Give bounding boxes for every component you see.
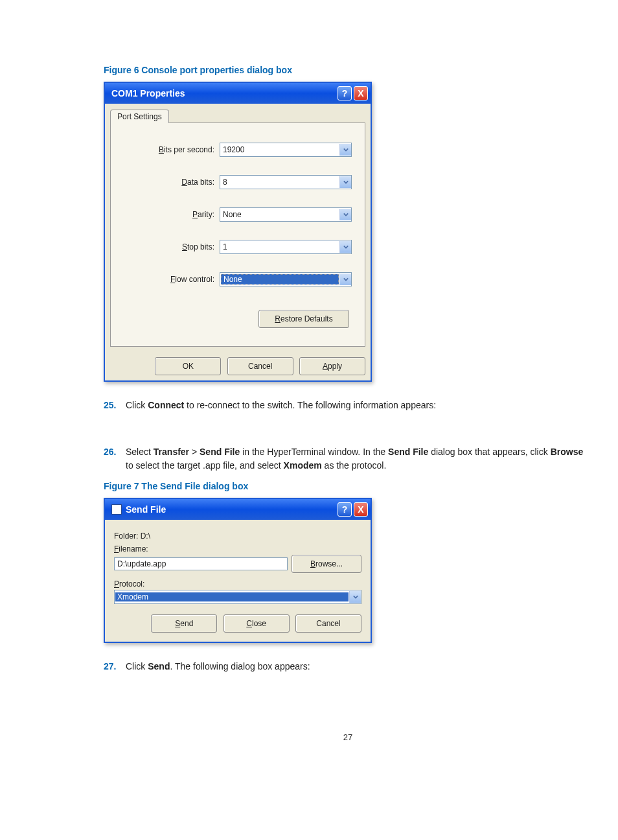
browse-button[interactable]: Browse... bbox=[292, 555, 361, 573]
step-number: 27. bbox=[104, 660, 126, 674]
parity-label: Parity: bbox=[124, 210, 220, 219]
chevron-down-icon[interactable] bbox=[339, 241, 351, 253]
titlebar[interactable]: Send File ? X bbox=[105, 499, 371, 520]
bps-value: 19200 bbox=[220, 145, 339, 154]
restore-defaults-button[interactable]: Restore Defaults bbox=[258, 310, 349, 328]
parity-combo[interactable]: None bbox=[220, 207, 352, 222]
tab-port-settings[interactable]: Port Settings bbox=[110, 110, 169, 123]
field-parity: Parity: None bbox=[124, 207, 352, 222]
dialog-title: Send File bbox=[126, 504, 336, 515]
tab-body: Bits per second: 19200 Data bits: 8 Pari… bbox=[110, 122, 365, 347]
page-number: 27 bbox=[104, 732, 592, 742]
stopbits-value: 1 bbox=[220, 242, 339, 251]
filename-label: Filename: bbox=[114, 544, 361, 554]
flow-label: Flow control: bbox=[124, 275, 220, 284]
send-file-dialog: Send File ? X Folder: D:\ Filename: D:\u… bbox=[104, 498, 372, 643]
stopbits-label: Stop bits: bbox=[124, 242, 220, 251]
protocol-value: Xmodem bbox=[115, 592, 349, 601]
databits-label: Data bits: bbox=[124, 178, 220, 187]
parity-value: None bbox=[220, 210, 339, 219]
chevron-down-icon[interactable] bbox=[339, 209, 351, 220]
figure-6-caption: Figure 6 Console port properties dialog … bbox=[104, 65, 592, 75]
help-button[interactable]: ? bbox=[338, 502, 352, 517]
databits-combo[interactable]: 8 bbox=[220, 175, 352, 189]
close-button[interactable]: X bbox=[354, 86, 368, 100]
bps-combo[interactable]: 19200 bbox=[220, 143, 352, 157]
apply-button[interactable]: Apply bbox=[299, 357, 365, 375]
cancel-button[interactable]: Cancel bbox=[227, 357, 293, 375]
close-dialog-button[interactable]: Close bbox=[223, 614, 290, 633]
flow-value: None bbox=[221, 274, 339, 285]
protocol-label: Protocol: bbox=[114, 579, 361, 589]
send-file-icon bbox=[111, 504, 122, 515]
help-button[interactable]: ? bbox=[338, 86, 352, 100]
field-bits-per-second: Bits per second: 19200 bbox=[124, 143, 352, 157]
dialog-title: COM1 Properties bbox=[111, 88, 336, 99]
protocol-combo[interactable]: Xmodem bbox=[114, 590, 361, 604]
field-data-bits: Data bits: 8 bbox=[124, 175, 352, 189]
send-file-button-row: Send Close Cancel bbox=[114, 614, 361, 633]
stopbits-combo[interactable]: 1 bbox=[220, 240, 352, 254]
step-text: Click Send. The following dialog box app… bbox=[126, 660, 592, 674]
send-file-body: Folder: D:\ Filename: D:\update.app Brow… bbox=[105, 520, 371, 642]
step-25: 25. Click Connect to re-connect to the s… bbox=[104, 399, 592, 413]
tab-strip: Port Settings bbox=[105, 104, 371, 122]
step-27: 27. Click Send. The following dialog box… bbox=[104, 660, 592, 674]
step-number: 25. bbox=[104, 399, 126, 413]
field-flow-control: Flow control: None bbox=[124, 272, 352, 286]
cancel-button[interactable]: Cancel bbox=[295, 614, 361, 633]
step-26: 26. Select Transfer > Send File in the H… bbox=[104, 445, 592, 473]
bps-label: Bits per second: bbox=[124, 145, 220, 154]
filename-input[interactable]: D:\update.app bbox=[114, 557, 288, 570]
step-number: 26. bbox=[104, 445, 126, 473]
send-button[interactable]: Send bbox=[151, 614, 217, 633]
chevron-down-icon[interactable] bbox=[339, 176, 351, 188]
chevron-down-icon[interactable] bbox=[349, 591, 361, 603]
figure-7-caption: Figure 7 The Send File dialog box bbox=[104, 481, 592, 491]
titlebar[interactable]: COM1 Properties ? X bbox=[105, 83, 371, 104]
step-text: Select Transfer > Send File in the Hyper… bbox=[126, 445, 592, 473]
close-button[interactable]: X bbox=[354, 502, 368, 517]
step-text: Click Connect to re-connect to the switc… bbox=[126, 399, 592, 413]
ok-button[interactable]: OK bbox=[155, 357, 221, 375]
dialog-button-row: OK Cancel Apply bbox=[105, 352, 371, 380]
chevron-down-icon[interactable] bbox=[339, 274, 351, 285]
flow-combo[interactable]: None bbox=[220, 272, 352, 286]
folder-label: Folder: D:\ bbox=[114, 531, 361, 541]
chevron-down-icon[interactable] bbox=[339, 144, 351, 156]
field-stop-bits: Stop bits: 1 bbox=[124, 240, 352, 254]
com1-properties-dialog: COM1 Properties ? X Port Settings Bits p… bbox=[104, 82, 372, 382]
databits-value: 8 bbox=[220, 178, 339, 187]
